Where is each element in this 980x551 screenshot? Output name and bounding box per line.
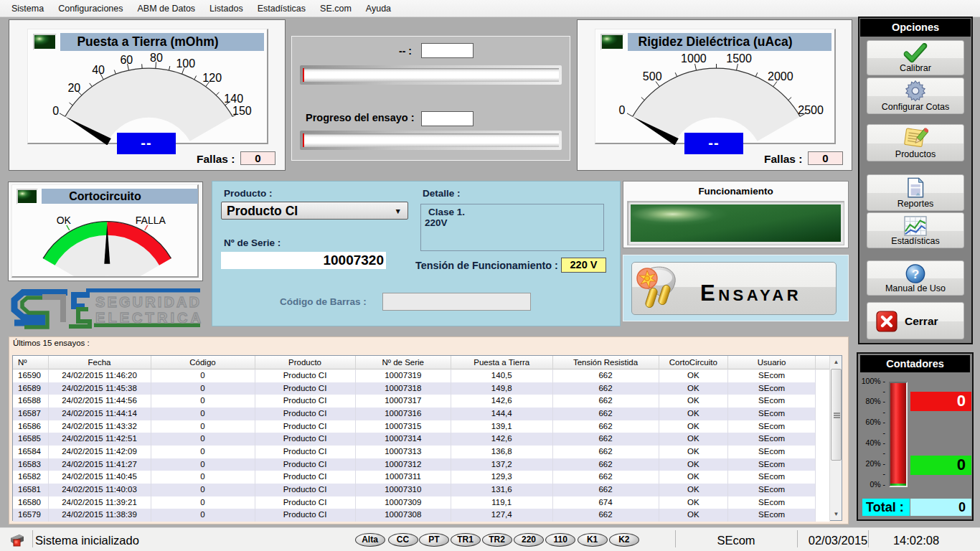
- svg-text:20% -: 20% -: [866, 459, 886, 468]
- svg-text:120: 120: [202, 72, 222, 84]
- svg-text:100% -: 100% -: [862, 377, 886, 385]
- svg-text:1500: 1500: [726, 52, 752, 65]
- svg-text:SEGURIDAD: SEGURIDAD: [95, 294, 200, 310]
- svg-text:80% -: 80% -: [866, 397, 886, 405]
- svg-text:-: -: [883, 408, 886, 416]
- svg-text:20: 20: [67, 82, 80, 94]
- svg-text:2500: 2500: [798, 104, 824, 116]
- svg-text:150: 150: [232, 105, 252, 117]
- svg-text:-: -: [883, 428, 886, 437]
- svg-text:ELECTRICA: ELECTRICA: [95, 310, 202, 326]
- svg-text:2000: 2000: [768, 70, 793, 83]
- svg-text:60: 60: [120, 54, 133, 66]
- svg-text:0% -: 0% -: [870, 480, 885, 489]
- svg-text:40% -: 40% -: [866, 438, 886, 447]
- svg-text:-: -: [883, 387, 886, 395]
- svg-text:100: 100: [176, 57, 195, 70]
- svg-text:OK: OK: [57, 215, 72, 226]
- svg-text:40: 40: [92, 64, 105, 76]
- svg-text:500: 500: [643, 70, 662, 83]
- svg-text:80: 80: [150, 52, 163, 64]
- svg-text:140: 140: [224, 93, 243, 105]
- svg-text:1000: 1000: [681, 52, 707, 65]
- svg-text:FALLA: FALLA: [136, 215, 166, 226]
- svg-text:60% -: 60% -: [866, 418, 886, 426]
- svg-text:0: 0: [52, 105, 59, 117]
- svg-text:-: -: [883, 469, 886, 478]
- svg-text:0: 0: [618, 104, 625, 116]
- svg-text:?: ?: [912, 267, 920, 281]
- svg-text:-: -: [883, 448, 886, 457]
